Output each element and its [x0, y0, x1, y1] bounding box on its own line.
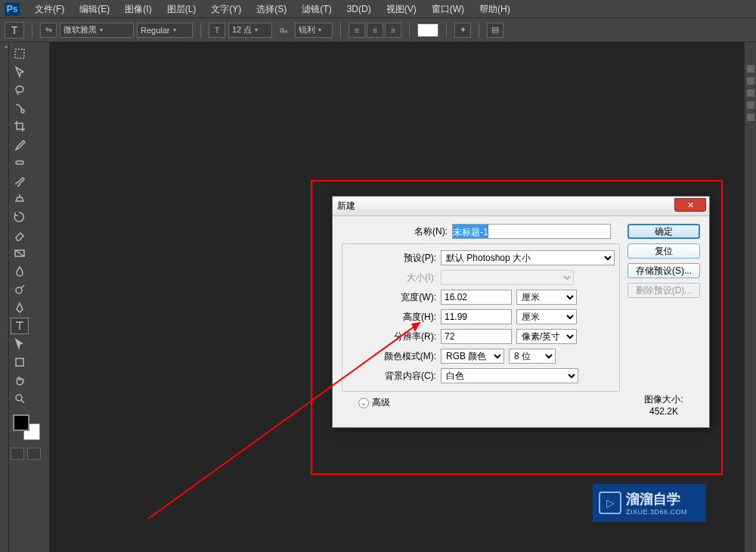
color-picker[interactable] — [11, 414, 47, 442]
svg-point-5 — [16, 287, 22, 293]
shape-tool[interactable] — [11, 354, 29, 371]
character-panel-icon[interactable]: ▤ — [487, 23, 503, 38]
width-unit-select[interactable]: 厘米 — [516, 290, 577, 305]
hand-tool[interactable] — [11, 372, 29, 389]
menu-edit[interactable]: 编辑(E) — [72, 0, 117, 18]
divider — [409, 23, 410, 38]
blur-tool[interactable] — [11, 263, 29, 280]
right-panel-strip[interactable] — [744, 42, 756, 552]
antialias-select[interactable]: 锐利 ▾ — [295, 23, 333, 38]
bit-depth-select[interactable]: 8 位 — [509, 349, 556, 364]
color-mode-select[interactable]: RGB 颜色 — [441, 349, 504, 364]
history-brush-tool[interactable] — [11, 209, 29, 225]
rect-marquee-tool[interactable] — [11, 45, 29, 62]
orientation-toggle-icon[interactable]: ⇋ — [40, 23, 57, 38]
crop-tool[interactable] — [11, 118, 29, 135]
resolution-input[interactable] — [441, 329, 512, 344]
panel-icon[interactable] — [747, 101, 754, 109]
dodge-tool[interactable] — [11, 281, 29, 298]
width-input[interactable] — [441, 290, 512, 305]
canvas[interactable]: 新建 ✕ 名称(N): 未标题-1 预设(P): — [50, 42, 744, 552]
text-color-swatch[interactable] — [417, 23, 438, 37]
align-center-icon[interactable]: ≡ — [367, 23, 383, 38]
toolbox — [9, 42, 50, 552]
preset-select[interactable]: 默认 Photoshop 大小 — [441, 250, 615, 265]
image-size-value: 452.2K — [627, 406, 700, 417]
color-mode-label: 颜色模式(M): — [347, 350, 436, 363]
align-left-icon[interactable]: ≡ — [349, 23, 365, 38]
close-button[interactable]: ✕ — [674, 198, 706, 212]
dialog-titlebar[interactable]: 新建 ✕ — [333, 197, 709, 216]
name-input[interactable]: 未标题-1 — [453, 225, 488, 238]
font-size-select[interactable]: 12 点 ▾ — [228, 23, 272, 38]
font-size-icon: T — [209, 23, 225, 38]
menu-type[interactable]: 文字(Y) — [203, 0, 249, 18]
ok-button[interactable]: 确定 — [627, 224, 700, 239]
divider — [200, 23, 201, 38]
preset-group: 预设(P): 默认 Photoshop 大小 大小(I): 宽度(W): — [342, 243, 620, 392]
antialias-label: aₐ — [275, 23, 292, 38]
menu-help[interactable]: 帮助(H) — [472, 0, 518, 18]
height-input[interactable] — [441, 309, 512, 324]
antialias-value: 锐利 — [299, 24, 315, 36]
healing-brush-tool[interactable] — [11, 154, 29, 171]
left-expand-strip[interactable] — [0, 42, 9, 552]
image-size-label: 图像大小: — [627, 393, 700, 406]
move-tool[interactable] — [11, 64, 29, 80]
dialog-side-buttons: 确定 复位 存储预设(S)... 删除预设(D)... 图像大小: 452.2K — [627, 224, 700, 417]
dialog-title: 新建 — [337, 200, 355, 212]
menu-view[interactable]: 视图(V) — [379, 0, 424, 18]
preset-label: 预设(P): — [347, 252, 436, 265]
height-unit-select[interactable]: 厘米 — [516, 309, 577, 324]
image-size-readout: 图像大小: 452.2K — [627, 302, 700, 417]
eyedropper-tool[interactable] — [11, 136, 29, 153]
chevron-down-icon: ▾ — [100, 26, 103, 33]
save-preset-button[interactable]: 存储预设(S)... — [627, 263, 700, 278]
background-select[interactable]: 白色 — [441, 368, 578, 383]
menu-select[interactable]: 选择(S) — [249, 0, 294, 18]
menu-3d[interactable]: 3D(D) — [339, 0, 379, 18]
delete-preset-button: 删除预设(D)... — [627, 283, 700, 298]
clone-stamp-tool[interactable] — [11, 191, 29, 207]
font-style-value: Regular — [141, 26, 170, 35]
menu-window[interactable]: 窗口(W) — [424, 0, 472, 18]
svg-point-2 — [21, 110, 24, 113]
panel-icon[interactable] — [747, 77, 754, 85]
menu-layer[interactable]: 图层(L) — [160, 0, 204, 18]
brush-tool[interactable] — [11, 172, 29, 189]
font-family-select[interactable]: 微软雅黑 ▾ — [60, 23, 134, 38]
advanced-toggle[interactable]: ⌄ 高级 — [358, 396, 620, 409]
zoom-tool[interactable] — [11, 390, 29, 407]
svg-rect-6 — [16, 358, 23, 366]
tool-indicator-type[interactable]: T — [5, 22, 24, 39]
warp-text-icon[interactable]: ✦ — [454, 23, 471, 38]
type-tool[interactable] — [11, 318, 29, 334]
width-label: 宽度(W): — [347, 291, 436, 304]
menu-image[interactable]: 图像(I) — [117, 0, 159, 18]
foreground-color-swatch[interactable] — [13, 414, 29, 431]
eraser-tool[interactable] — [11, 227, 29, 243]
menu-filter[interactable]: 滤镜(T) — [294, 0, 339, 18]
background-label: 背景内容(C): — [347, 370, 436, 383]
svg-point-7 — [16, 395, 22, 401]
align-right-icon[interactable]: ≡ — [385, 23, 401, 38]
resolution-unit-select[interactable]: 像素/英寸 — [516, 329, 577, 344]
panel-icon[interactable] — [747, 89, 754, 97]
reset-button[interactable]: 复位 — [627, 243, 700, 259]
divider — [479, 23, 479, 38]
path-select-tool[interactable] — [11, 336, 29, 352]
screen-mode-icon[interactable] — [27, 448, 41, 460]
pen-tool[interactable] — [11, 299, 29, 316]
options-bar: T ⇋ 微软雅黑 ▾ Regular ▾ T 12 点 ▾ aₐ 锐利 ▾ ≡ … — [0, 18, 756, 42]
new-document-dialog: 新建 ✕ 名称(N): 未标题-1 预设(P): — [332, 196, 710, 428]
quick-select-tool[interactable] — [11, 100, 29, 116]
font-size-value: 12 点 — [232, 24, 252, 36]
menu-file[interactable]: 文件(F) — [27, 0, 72, 18]
font-style-select[interactable]: Regular ▾ — [137, 23, 193, 38]
gradient-tool[interactable] — [11, 245, 29, 262]
quick-mask-icon[interactable] — [11, 448, 24, 460]
panel-icon[interactable] — [747, 113, 754, 121]
lasso-tool[interactable] — [11, 82, 29, 98]
panel-icon[interactable] — [747, 65, 754, 73]
svg-rect-0 — [15, 49, 24, 58]
